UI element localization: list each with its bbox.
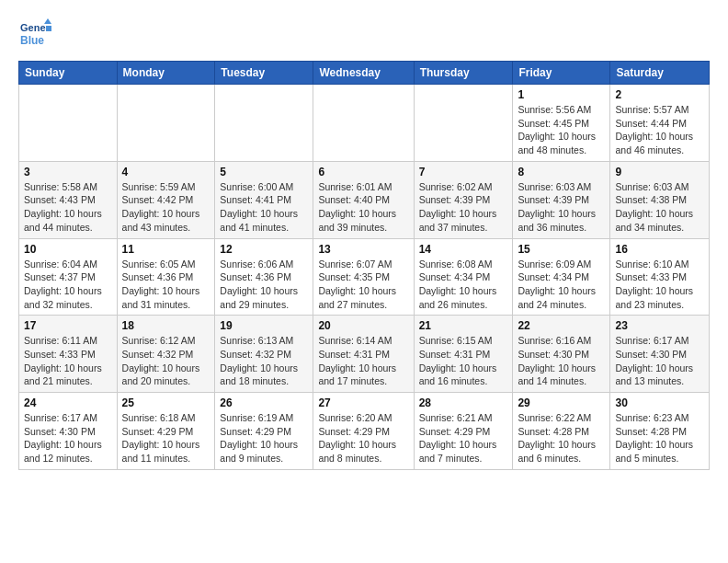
day-cell: 30Sunrise: 6:23 AM Sunset: 4:28 PM Dayli… <box>610 393 710 470</box>
day-info: Sunrise: 6:15 AM Sunset: 4:31 PM Dayligh… <box>419 334 508 388</box>
day-number: 18 <box>122 319 210 332</box>
day-number: 3 <box>24 166 112 178</box>
day-info: Sunrise: 6:10 AM Sunset: 4:33 PM Dayligh… <box>615 258 704 312</box>
day-info: Sunrise: 5:57 AM Sunset: 4:44 PM Dayligh… <box>615 103 704 157</box>
day-cell: 1Sunrise: 5:56 AM Sunset: 4:45 PM Daylig… <box>513 85 610 162</box>
day-info: Sunrise: 6:18 AM Sunset: 4:29 PM Dayligh… <box>122 411 210 465</box>
day-cell: 27Sunrise: 6:20 AM Sunset: 4:29 PM Dayli… <box>313 393 414 470</box>
day-cell: 29Sunrise: 6:22 AM Sunset: 4:28 PM Dayli… <box>513 393 610 470</box>
day-cell: 17Sunrise: 6:11 AM Sunset: 4:33 PM Dayli… <box>19 316 118 393</box>
day-number: 4 <box>122 166 210 178</box>
day-cell: 22Sunrise: 6:16 AM Sunset: 4:30 PM Dayli… <box>513 316 610 393</box>
day-cell: 18Sunrise: 6:12 AM Sunset: 4:32 PM Dayli… <box>117 316 215 393</box>
day-info: Sunrise: 6:07 AM Sunset: 4:35 PM Dayligh… <box>318 258 408 312</box>
week-row-5: 24Sunrise: 6:17 AM Sunset: 4:30 PM Dayli… <box>19 393 710 470</box>
week-row-4: 17Sunrise: 6:11 AM Sunset: 4:33 PM Dayli… <box>19 316 710 393</box>
day-number: 29 <box>518 396 605 409</box>
day-cell <box>19 85 118 162</box>
day-info: Sunrise: 6:22 AM Sunset: 4:28 PM Dayligh… <box>518 411 605 465</box>
day-number: 8 <box>518 166 605 178</box>
weekday-header-row: SundayMondayTuesdayWednesdayThursdayFrid… <box>19 62 710 85</box>
day-cell: 12Sunrise: 6:06 AM Sunset: 4:36 PM Dayli… <box>215 238 313 316</box>
day-number: 30 <box>615 396 704 409</box>
day-info: Sunrise: 6:11 AM Sunset: 4:33 PM Dayligh… <box>24 334 112 388</box>
day-cell: 23Sunrise: 6:17 AM Sunset: 4:30 PM Dayli… <box>610 316 710 393</box>
svg-text:Blue: Blue <box>20 34 44 47</box>
weekday-header-monday: Monday <box>117 62 215 85</box>
day-number: 27 <box>318 396 408 409</box>
day-info: Sunrise: 6:13 AM Sunset: 4:32 PM Dayligh… <box>220 334 308 388</box>
day-info: Sunrise: 6:20 AM Sunset: 4:29 PM Dayligh… <box>318 411 408 465</box>
day-number: 5 <box>220 166 308 178</box>
day-cell: 9Sunrise: 6:03 AM Sunset: 4:38 PM Daylig… <box>610 161 710 238</box>
day-cell: 5Sunrise: 6:00 AM Sunset: 4:41 PM Daylig… <box>215 161 313 238</box>
day-info: Sunrise: 6:12 AM Sunset: 4:32 PM Dayligh… <box>122 334 210 388</box>
day-number: 17 <box>24 319 112 332</box>
day-cell: 6Sunrise: 6:01 AM Sunset: 4:40 PM Daylig… <box>313 161 414 238</box>
weekday-header-friday: Friday <box>513 62 610 85</box>
day-number: 10 <box>24 243 112 256</box>
day-number: 20 <box>318 319 408 332</box>
day-info: Sunrise: 6:00 AM Sunset: 4:41 PM Dayligh… <box>220 180 308 235</box>
day-number: 7 <box>419 166 508 178</box>
day-info: Sunrise: 6:14 AM Sunset: 4:31 PM Dayligh… <box>318 334 408 388</box>
day-number: 26 <box>220 396 308 409</box>
weekday-header-saturday: Saturday <box>610 62 710 85</box>
day-cell: 8Sunrise: 6:03 AM Sunset: 4:39 PM Daylig… <box>513 161 610 238</box>
day-number: 19 <box>220 319 308 332</box>
day-cell <box>215 85 313 162</box>
day-number: 11 <box>122 243 210 256</box>
week-row-3: 10Sunrise: 6:04 AM Sunset: 4:37 PM Dayli… <box>19 238 710 316</box>
day-cell <box>414 85 513 162</box>
day-cell: 24Sunrise: 6:17 AM Sunset: 4:30 PM Dayli… <box>19 393 118 470</box>
header: General Blue <box>18 17 710 50</box>
day-cell: 26Sunrise: 6:19 AM Sunset: 4:29 PM Dayli… <box>215 393 313 470</box>
day-number: 1 <box>518 88 605 101</box>
svg-marker-3 <box>44 18 51 24</box>
weekday-header-wednesday: Wednesday <box>313 62 414 85</box>
day-cell: 16Sunrise: 6:10 AM Sunset: 4:33 PM Dayli… <box>610 238 710 316</box>
day-number: 28 <box>419 396 508 409</box>
week-row-1: 1Sunrise: 5:56 AM Sunset: 4:45 PM Daylig… <box>19 85 710 162</box>
day-cell: 3Sunrise: 5:58 AM Sunset: 4:43 PM Daylig… <box>19 161 118 238</box>
day-info: Sunrise: 6:21 AM Sunset: 4:29 PM Dayligh… <box>419 411 508 465</box>
day-number: 9 <box>615 166 704 178</box>
day-info: Sunrise: 6:19 AM Sunset: 4:29 PM Dayligh… <box>220 411 308 465</box>
day-info: Sunrise: 6:01 AM Sunset: 4:40 PM Dayligh… <box>318 180 408 235</box>
day-cell: 19Sunrise: 6:13 AM Sunset: 4:32 PM Dayli… <box>215 316 313 393</box>
day-info: Sunrise: 6:17 AM Sunset: 4:30 PM Dayligh… <box>615 334 704 388</box>
day-info: Sunrise: 5:59 AM Sunset: 4:42 PM Dayligh… <box>122 180 210 235</box>
day-number: 14 <box>419 243 508 256</box>
day-cell: 20Sunrise: 6:14 AM Sunset: 4:31 PM Dayli… <box>313 316 414 393</box>
logo-icon: General Blue <box>18 17 51 50</box>
day-number: 21 <box>419 319 508 332</box>
day-cell: 21Sunrise: 6:15 AM Sunset: 4:31 PM Dayli… <box>414 316 513 393</box>
day-info: Sunrise: 6:17 AM Sunset: 4:30 PM Dayligh… <box>24 411 112 465</box>
day-cell <box>117 85 215 162</box>
day-number: 25 <box>122 396 210 409</box>
svg-marker-4 <box>46 26 51 31</box>
day-number: 2 <box>615 88 704 101</box>
calendar-table: SundayMondayTuesdayWednesdayThursdayFrid… <box>18 61 710 470</box>
day-cell: 13Sunrise: 6:07 AM Sunset: 4:35 PM Dayli… <box>313 238 414 316</box>
day-cell: 11Sunrise: 6:05 AM Sunset: 4:36 PM Dayli… <box>117 238 215 316</box>
day-info: Sunrise: 6:05 AM Sunset: 4:36 PM Dayligh… <box>122 258 210 312</box>
day-number: 12 <box>220 243 308 256</box>
day-cell: 10Sunrise: 6:04 AM Sunset: 4:37 PM Dayli… <box>19 238 118 316</box>
day-number: 13 <box>318 243 408 256</box>
day-info: Sunrise: 6:16 AM Sunset: 4:30 PM Dayligh… <box>518 334 605 388</box>
day-cell <box>313 85 414 162</box>
logo: General Blue <box>18 17 55 50</box>
weekday-header-thursday: Thursday <box>414 62 513 85</box>
day-number: 16 <box>615 243 704 256</box>
day-info: Sunrise: 6:08 AM Sunset: 4:34 PM Dayligh… <box>419 258 508 312</box>
day-number: 24 <box>24 396 112 409</box>
day-info: Sunrise: 6:06 AM Sunset: 4:36 PM Dayligh… <box>220 258 308 312</box>
day-info: Sunrise: 6:23 AM Sunset: 4:28 PM Dayligh… <box>615 411 704 465</box>
day-number: 6 <box>318 166 408 178</box>
weekday-header-sunday: Sunday <box>19 62 118 85</box>
page: General Blue SundayMondayTuesdayWednesda… <box>0 0 728 481</box>
day-info: Sunrise: 5:56 AM Sunset: 4:45 PM Dayligh… <box>518 103 605 157</box>
day-info: Sunrise: 6:04 AM Sunset: 4:37 PM Dayligh… <box>24 258 112 312</box>
day-cell: 15Sunrise: 6:09 AM Sunset: 4:34 PM Dayli… <box>513 238 610 316</box>
